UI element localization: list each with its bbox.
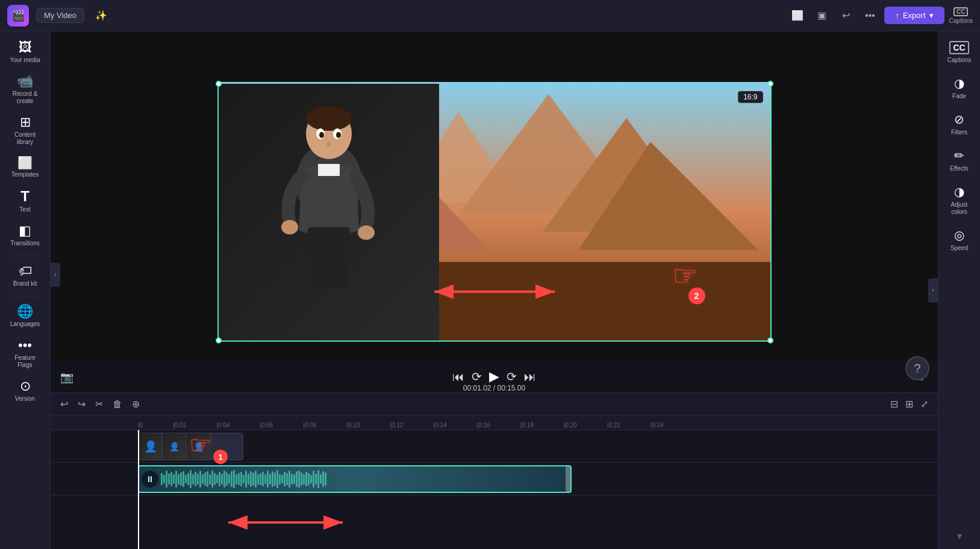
play-button[interactable]: ▶ bbox=[489, 369, 499, 384]
skip-to-start-button[interactable]: ⏮ bbox=[452, 370, 464, 384]
clip-end-handle[interactable] bbox=[566, 466, 570, 492]
add-clip-button[interactable]: ⊕ bbox=[130, 397, 142, 411]
annotation-badge-2: 2 bbox=[688, 287, 705, 304]
ruler-mark-22: |0:22 bbox=[607, 422, 651, 428]
fade-label: Fade bbox=[952, 93, 966, 100]
character-figure bbox=[275, 86, 383, 339]
crop-button[interactable]: ⬜ bbox=[788, 6, 807, 25]
time-display: 00:01.02 / 00:15.00 bbox=[463, 384, 525, 392]
sidebar-item-label-brand-kit: Brand kit bbox=[13, 280, 37, 287]
sidebar-divider bbox=[10, 256, 40, 256]
svg-point-10 bbox=[306, 107, 352, 131]
clip-pause-button[interactable]: ⏸ bbox=[142, 471, 158, 488]
captions-right-icon: CC bbox=[949, 41, 969, 54]
sidebar-item-brand-kit[interactable]: 🏷 Brand kit bbox=[2, 260, 48, 292]
ruler-mark-18: |0:18 bbox=[520, 422, 564, 428]
skip-to-end-button[interactable]: ⏭ bbox=[524, 370, 536, 384]
sidebar-item-filters[interactable]: ⊘ Filters bbox=[941, 107, 978, 141]
filters-icon: ⊘ bbox=[954, 112, 964, 127]
timeline-arrow-annotation bbox=[225, 510, 346, 537]
feature-flags-icon: ••• bbox=[18, 339, 32, 352]
redo-button[interactable]: ↪ bbox=[75, 397, 88, 411]
sidebar-item-text[interactable]: T Text bbox=[2, 184, 48, 218]
magic-tool-button[interactable]: ✨ bbox=[92, 6, 111, 25]
sidebar-item-record-create[interactable]: 📹 Record &create bbox=[2, 70, 48, 110]
brand-kit-icon: 🏷 bbox=[19, 265, 32, 278]
effects-icon: ✏ bbox=[954, 148, 964, 163]
delete-button[interactable]: 🗑 bbox=[110, 398, 125, 411]
adjust-colors-icon: ◑ bbox=[954, 184, 964, 199]
waveform bbox=[158, 466, 566, 492]
main-area: 🖼 Your media 📹 Record &create ⊞ Contentl… bbox=[0, 31, 980, 549]
collapse-right-button[interactable]: › bbox=[928, 278, 938, 303]
handle-top-left[interactable] bbox=[216, 81, 222, 87]
sidebar-item-content-library[interactable]: ⊞ Contentlibrary bbox=[2, 111, 48, 151]
sidebar-item-label-version: Version bbox=[15, 395, 35, 403]
content-library-icon: ⊞ bbox=[20, 116, 31, 129]
camera-icon-button[interactable]: 📷 bbox=[60, 371, 73, 384]
export-label: Export bbox=[903, 11, 926, 20]
sidebar-item-effects[interactable]: ✏ Effects bbox=[941, 143, 978, 177]
character-overlay bbox=[219, 84, 439, 340]
playhead[interactable] bbox=[138, 430, 139, 549]
sidebar-item-version[interactable]: ⊙ Version bbox=[2, 375, 48, 407]
speed-label: Speed bbox=[950, 245, 968, 252]
right-sidebar: › CC Captions ◑ Fade ⊘ Filters ✏ Effects… bbox=[938, 31, 980, 549]
sidebar-item-fade[interactable]: ◑ Fade bbox=[941, 71, 978, 105]
help-button[interactable]: ? bbox=[905, 356, 929, 380]
languages-icon: 🌐 bbox=[17, 305, 33, 318]
undo-top-button[interactable]: ↩ bbox=[836, 6, 855, 25]
ruler-mark-14: |0:14 bbox=[434, 422, 477, 428]
ruler-mark-6: |0:06 bbox=[260, 422, 303, 428]
ruler-mark-12: |0:12 bbox=[390, 422, 433, 428]
sidebar-item-speed[interactable]: ◎ Speed bbox=[941, 223, 978, 257]
handle-bottom-left[interactable] bbox=[216, 337, 222, 344]
export-chevron-icon: ▾ bbox=[929, 11, 934, 20]
svg-point-16 bbox=[281, 220, 298, 234]
timeline-ruler: |0 |0:02 |0:04 |0:06 |0:08 |0:10 |0:12 |… bbox=[51, 416, 938, 430]
zoom-in-button[interactable]: ⊞ bbox=[903, 397, 916, 411]
app-logo: 🎬 bbox=[7, 5, 29, 27]
app-logo-icon: 🎬 bbox=[11, 9, 25, 22]
cut-button[interactable]: ✂ bbox=[93, 397, 105, 411]
clip-thumb-3: 👤 bbox=[187, 433, 211, 460]
video-clip[interactable]: ⏸ bbox=[138, 465, 572, 493]
record-create-icon: 📹 bbox=[17, 75, 33, 88]
ratio-badge: 16:9 bbox=[738, 91, 763, 103]
playback-controls: ⏮ ⟳ ▶ ⟳ ⏭ bbox=[452, 369, 536, 384]
collapse-left-button[interactable]: ‹ bbox=[51, 263, 60, 287]
zoom-controls: ⊟ ⊞ ⤢ bbox=[888, 397, 931, 411]
export-button[interactable]: ↑ Export ▾ bbox=[884, 7, 944, 24]
sidebar-item-label-text: Text bbox=[19, 206, 30, 213]
sidebar-item-adjust-colors[interactable]: ◑ Adjustcolors bbox=[941, 180, 978, 221]
sidebar-item-feature-flags[interactable]: ••• FeatureFlags bbox=[2, 334, 48, 374]
undo-button[interactable]: ↩ bbox=[58, 397, 70, 411]
sidebar-item-transitions[interactable]: ◧ Transitions bbox=[2, 219, 48, 252]
sidebar-item-your-media[interactable]: 🖼 Your media bbox=[2, 36, 48, 69]
filters-label: Filters bbox=[951, 129, 967, 136]
right-chevron-button[interactable]: ▾ bbox=[955, 528, 964, 544]
expand-button[interactable]: ⤢ bbox=[918, 397, 931, 411]
character-track-content: 👤 👤 👤 bbox=[138, 430, 938, 462]
sidebar-item-label-content-library: Contentlibrary bbox=[14, 131, 36, 146]
sidebar-item-templates[interactable]: ⬜ Templates bbox=[2, 152, 48, 183]
handle-top-right[interactable] bbox=[767, 81, 773, 87]
preview-canvas: ☞ 2 bbox=[217, 83, 772, 342]
project-name[interactable]: My Video bbox=[36, 8, 84, 23]
zoom-out-button[interactable]: ⊟ bbox=[888, 397, 900, 411]
clip-thumb-2: 👤 bbox=[163, 433, 187, 460]
captions-button[interactable]: CC Captions bbox=[949, 7, 973, 24]
subtitle-button[interactable]: ▣ bbox=[812, 6, 831, 25]
svg-point-13 bbox=[319, 132, 324, 138]
sidebar-item-label-record-create: Record &create bbox=[13, 90, 38, 105]
forward-button[interactable]: ⟳ bbox=[507, 369, 517, 384]
rewind-button[interactable]: ⟳ bbox=[472, 369, 482, 384]
sidebar-item-languages[interactable]: 🌐 Languages bbox=[2, 300, 48, 333]
effects-label: Effects bbox=[950, 165, 968, 172]
handle-bottom-right[interactable] bbox=[767, 337, 773, 344]
sidebar-item-captions[interactable]: CC Captions bbox=[941, 36, 978, 69]
more-button[interactable]: ••• bbox=[860, 6, 879, 25]
svg-point-14 bbox=[336, 132, 341, 138]
preview-controls: 📷 ⏮ ⟳ ▶ ⟳ ⏭ 00:01.02 / 00:15.00 ⤢ bbox=[51, 361, 938, 392]
sidebar-item-label-templates: Templates bbox=[11, 171, 39, 178]
